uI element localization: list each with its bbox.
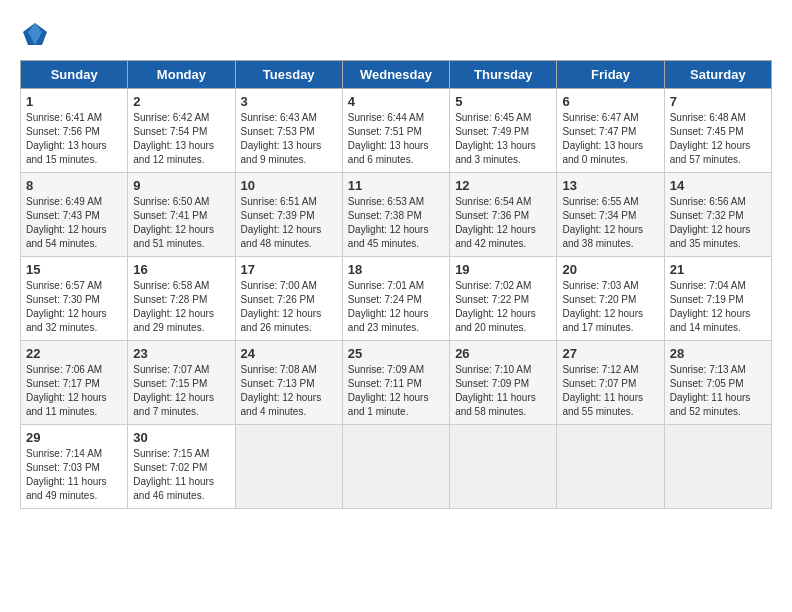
day-number: 2 bbox=[133, 94, 229, 109]
calendar-cell: 26Sunrise: 7:10 AM Sunset: 7:09 PM Dayli… bbox=[450, 341, 557, 425]
day-info: Sunrise: 7:04 AM Sunset: 7:19 PM Dayligh… bbox=[670, 279, 766, 335]
day-info: Sunrise: 6:55 AM Sunset: 7:34 PM Dayligh… bbox=[562, 195, 658, 251]
day-info: Sunrise: 7:00 AM Sunset: 7:26 PM Dayligh… bbox=[241, 279, 337, 335]
logo-icon bbox=[20, 20, 50, 50]
day-number: 1 bbox=[26, 94, 122, 109]
day-header-saturday: Saturday bbox=[664, 61, 771, 89]
calendar-cell: 1Sunrise: 6:41 AM Sunset: 7:56 PM Daylig… bbox=[21, 89, 128, 173]
day-info: Sunrise: 7:03 AM Sunset: 7:20 PM Dayligh… bbox=[562, 279, 658, 335]
day-number: 17 bbox=[241, 262, 337, 277]
day-number: 30 bbox=[133, 430, 229, 445]
day-info: Sunrise: 7:01 AM Sunset: 7:24 PM Dayligh… bbox=[348, 279, 444, 335]
day-number: 25 bbox=[348, 346, 444, 361]
calendar-cell: 5Sunrise: 6:45 AM Sunset: 7:49 PM Daylig… bbox=[450, 89, 557, 173]
day-header-friday: Friday bbox=[557, 61, 664, 89]
day-number: 7 bbox=[670, 94, 766, 109]
day-header-sunday: Sunday bbox=[21, 61, 128, 89]
calendar-cell: 7Sunrise: 6:48 AM Sunset: 7:45 PM Daylig… bbox=[664, 89, 771, 173]
calendar-cell: 13Sunrise: 6:55 AM Sunset: 7:34 PM Dayli… bbox=[557, 173, 664, 257]
day-number: 22 bbox=[26, 346, 122, 361]
day-info: Sunrise: 6:51 AM Sunset: 7:39 PM Dayligh… bbox=[241, 195, 337, 251]
calendar-table: SundayMondayTuesdayWednesdayThursdayFrid… bbox=[20, 60, 772, 509]
calendar-cell: 23Sunrise: 7:07 AM Sunset: 7:15 PM Dayli… bbox=[128, 341, 235, 425]
day-number: 11 bbox=[348, 178, 444, 193]
day-info: Sunrise: 6:53 AM Sunset: 7:38 PM Dayligh… bbox=[348, 195, 444, 251]
day-info: Sunrise: 6:44 AM Sunset: 7:51 PM Dayligh… bbox=[348, 111, 444, 167]
day-info: Sunrise: 6:43 AM Sunset: 7:53 PM Dayligh… bbox=[241, 111, 337, 167]
day-number: 18 bbox=[348, 262, 444, 277]
day-number: 15 bbox=[26, 262, 122, 277]
calendar-cell: 11Sunrise: 6:53 AM Sunset: 7:38 PM Dayli… bbox=[342, 173, 449, 257]
day-number: 23 bbox=[133, 346, 229, 361]
calendar-cell: 3Sunrise: 6:43 AM Sunset: 7:53 PM Daylig… bbox=[235, 89, 342, 173]
day-number: 12 bbox=[455, 178, 551, 193]
calendar-week-row: 1Sunrise: 6:41 AM Sunset: 7:56 PM Daylig… bbox=[21, 89, 772, 173]
day-info: Sunrise: 6:48 AM Sunset: 7:45 PM Dayligh… bbox=[670, 111, 766, 167]
day-info: Sunrise: 7:08 AM Sunset: 7:13 PM Dayligh… bbox=[241, 363, 337, 419]
calendar-cell: 4Sunrise: 6:44 AM Sunset: 7:51 PM Daylig… bbox=[342, 89, 449, 173]
calendar-cell: 21Sunrise: 7:04 AM Sunset: 7:19 PM Dayli… bbox=[664, 257, 771, 341]
day-number: 29 bbox=[26, 430, 122, 445]
calendar-cell: 28Sunrise: 7:13 AM Sunset: 7:05 PM Dayli… bbox=[664, 341, 771, 425]
day-number: 21 bbox=[670, 262, 766, 277]
calendar-cell bbox=[235, 425, 342, 509]
calendar-week-row: 8Sunrise: 6:49 AM Sunset: 7:43 PM Daylig… bbox=[21, 173, 772, 257]
day-number: 4 bbox=[348, 94, 444, 109]
calendar-cell: 14Sunrise: 6:56 AM Sunset: 7:32 PM Dayli… bbox=[664, 173, 771, 257]
calendar-cell: 2Sunrise: 6:42 AM Sunset: 7:54 PM Daylig… bbox=[128, 89, 235, 173]
calendar-cell: 19Sunrise: 7:02 AM Sunset: 7:22 PM Dayli… bbox=[450, 257, 557, 341]
day-number: 26 bbox=[455, 346, 551, 361]
day-info: Sunrise: 7:12 AM Sunset: 7:07 PM Dayligh… bbox=[562, 363, 658, 419]
day-header-wednesday: Wednesday bbox=[342, 61, 449, 89]
page-header bbox=[20, 20, 772, 50]
day-info: Sunrise: 6:49 AM Sunset: 7:43 PM Dayligh… bbox=[26, 195, 122, 251]
day-info: Sunrise: 7:15 AM Sunset: 7:02 PM Dayligh… bbox=[133, 447, 229, 503]
calendar-cell: 22Sunrise: 7:06 AM Sunset: 7:17 PM Dayli… bbox=[21, 341, 128, 425]
calendar-header-row: SundayMondayTuesdayWednesdayThursdayFrid… bbox=[21, 61, 772, 89]
calendar-cell: 12Sunrise: 6:54 AM Sunset: 7:36 PM Dayli… bbox=[450, 173, 557, 257]
day-number: 10 bbox=[241, 178, 337, 193]
day-number: 20 bbox=[562, 262, 658, 277]
day-number: 14 bbox=[670, 178, 766, 193]
calendar-cell: 25Sunrise: 7:09 AM Sunset: 7:11 PM Dayli… bbox=[342, 341, 449, 425]
day-number: 8 bbox=[26, 178, 122, 193]
calendar-cell: 9Sunrise: 6:50 AM Sunset: 7:41 PM Daylig… bbox=[128, 173, 235, 257]
calendar-cell: 8Sunrise: 6:49 AM Sunset: 7:43 PM Daylig… bbox=[21, 173, 128, 257]
day-number: 6 bbox=[562, 94, 658, 109]
day-info: Sunrise: 6:54 AM Sunset: 7:36 PM Dayligh… bbox=[455, 195, 551, 251]
day-info: Sunrise: 6:57 AM Sunset: 7:30 PM Dayligh… bbox=[26, 279, 122, 335]
calendar-cell: 30Sunrise: 7:15 AM Sunset: 7:02 PM Dayli… bbox=[128, 425, 235, 509]
day-info: Sunrise: 6:50 AM Sunset: 7:41 PM Dayligh… bbox=[133, 195, 229, 251]
day-number: 27 bbox=[562, 346, 658, 361]
day-info: Sunrise: 6:58 AM Sunset: 7:28 PM Dayligh… bbox=[133, 279, 229, 335]
calendar-cell: 18Sunrise: 7:01 AM Sunset: 7:24 PM Dayli… bbox=[342, 257, 449, 341]
day-info: Sunrise: 7:02 AM Sunset: 7:22 PM Dayligh… bbox=[455, 279, 551, 335]
day-info: Sunrise: 7:07 AM Sunset: 7:15 PM Dayligh… bbox=[133, 363, 229, 419]
calendar-cell: 10Sunrise: 6:51 AM Sunset: 7:39 PM Dayli… bbox=[235, 173, 342, 257]
day-number: 9 bbox=[133, 178, 229, 193]
day-header-tuesday: Tuesday bbox=[235, 61, 342, 89]
calendar-cell: 27Sunrise: 7:12 AM Sunset: 7:07 PM Dayli… bbox=[557, 341, 664, 425]
day-info: Sunrise: 6:42 AM Sunset: 7:54 PM Dayligh… bbox=[133, 111, 229, 167]
day-info: Sunrise: 7:06 AM Sunset: 7:17 PM Dayligh… bbox=[26, 363, 122, 419]
day-info: Sunrise: 7:13 AM Sunset: 7:05 PM Dayligh… bbox=[670, 363, 766, 419]
calendar-week-row: 29Sunrise: 7:14 AM Sunset: 7:03 PM Dayli… bbox=[21, 425, 772, 509]
day-number: 28 bbox=[670, 346, 766, 361]
calendar-cell: 20Sunrise: 7:03 AM Sunset: 7:20 PM Dayli… bbox=[557, 257, 664, 341]
logo bbox=[20, 20, 52, 50]
day-info: Sunrise: 6:45 AM Sunset: 7:49 PM Dayligh… bbox=[455, 111, 551, 167]
day-number: 16 bbox=[133, 262, 229, 277]
calendar-cell: 15Sunrise: 6:57 AM Sunset: 7:30 PM Dayli… bbox=[21, 257, 128, 341]
calendar-cell bbox=[450, 425, 557, 509]
calendar-cell: 29Sunrise: 7:14 AM Sunset: 7:03 PM Dayli… bbox=[21, 425, 128, 509]
day-number: 13 bbox=[562, 178, 658, 193]
calendar-cell bbox=[342, 425, 449, 509]
calendar-week-row: 15Sunrise: 6:57 AM Sunset: 7:30 PM Dayli… bbox=[21, 257, 772, 341]
day-header-monday: Monday bbox=[128, 61, 235, 89]
calendar-cell: 24Sunrise: 7:08 AM Sunset: 7:13 PM Dayli… bbox=[235, 341, 342, 425]
calendar-cell: 16Sunrise: 6:58 AM Sunset: 7:28 PM Dayli… bbox=[128, 257, 235, 341]
calendar-week-row: 22Sunrise: 7:06 AM Sunset: 7:17 PM Dayli… bbox=[21, 341, 772, 425]
day-info: Sunrise: 7:09 AM Sunset: 7:11 PM Dayligh… bbox=[348, 363, 444, 419]
day-info: Sunrise: 7:14 AM Sunset: 7:03 PM Dayligh… bbox=[26, 447, 122, 503]
day-info: Sunrise: 6:47 AM Sunset: 7:47 PM Dayligh… bbox=[562, 111, 658, 167]
